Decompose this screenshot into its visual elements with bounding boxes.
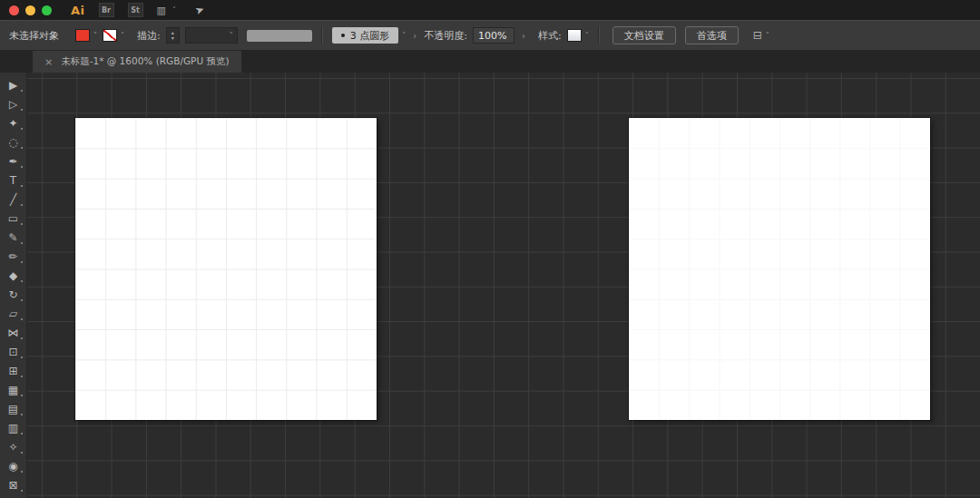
eraser-tool[interactable]: ◆ xyxy=(2,266,25,285)
type-tool[interactable]: T xyxy=(2,171,25,190)
rotate-tool[interactable]: ↻ xyxy=(2,285,25,304)
document-tab[interactable]: × 未标题-1* @ 1600% (RGB/GPU 预览) xyxy=(33,51,241,73)
scale-tool[interactable]: ▱ xyxy=(2,304,25,323)
tools-panel: ▶ ▷ ✦ ◌ ✒ T ╱ ▭ ✎ ✏ ◆ ↻ ▱ ⋈ ⊡ ⊞ ▦ ▤ ▥ ✧ … xyxy=(0,73,27,498)
eyedropper-tool[interactable]: ✧ xyxy=(2,437,25,456)
bridge-badge-icon[interactable]: Br xyxy=(99,3,114,17)
control-bar: 未选择对象 ˅ ˅ 描边: ▴ ▾ ˅ 3 点圆形 ˅ › 不透明度: 100%… xyxy=(0,20,980,51)
panel-chevron-icon[interactable]: ˅ xyxy=(766,32,769,40)
separator xyxy=(321,26,323,44)
shaper-tool[interactable]: ✏ xyxy=(2,247,25,266)
preferences-button[interactable]: 首选项 xyxy=(685,26,739,44)
window-minimize-button[interactable] xyxy=(25,5,35,15)
perspective-grid-tool[interactable]: ▦ xyxy=(2,380,25,399)
stroke-dropdown-chevron-icon[interactable]: ˅ xyxy=(230,32,233,40)
paintbrush-tool[interactable]: ✎ xyxy=(2,228,25,247)
opacity-expander-icon[interactable]: › xyxy=(522,31,525,41)
blend-tool[interactable]: ◉ xyxy=(2,456,25,475)
document-tab-title: 未标题-1* @ 1600% (RGB/GPU 预览) xyxy=(61,55,229,68)
window-zoom-button[interactable] xyxy=(42,5,52,15)
workspace-switcher-icon[interactable]: ▥ xyxy=(157,5,166,16)
share-icon[interactable]: ➤ xyxy=(193,3,206,18)
opacity-input[interactable]: 100% xyxy=(473,27,514,44)
line-segment-tool[interactable]: ╱ xyxy=(2,190,25,209)
brush-name: 3 点圆形 xyxy=(350,29,390,43)
document-tab-bar: × 未标题-1* @ 1600% (RGB/GPU 预览) xyxy=(0,51,980,73)
artboard-1[interactable] xyxy=(75,118,377,420)
style-chevron-icon[interactable]: ˅ xyxy=(585,32,589,40)
opacity-label: 不透明度: xyxy=(424,29,467,43)
magic-wand-tool[interactable]: ✦ xyxy=(2,113,25,132)
lasso-tool[interactable]: ◌ xyxy=(2,132,25,151)
selection-status: 未选择对象 xyxy=(9,29,59,43)
selection-tool[interactable]: ▶ xyxy=(2,75,25,94)
rectangle-tool[interactable]: ▭ xyxy=(2,209,25,228)
shape-builder-tool[interactable]: ⊞ xyxy=(2,361,25,380)
stroke-label: 描边: xyxy=(137,29,161,43)
brush-stroke-preview[interactable] xyxy=(247,30,312,42)
brush-expander-icon[interactable]: › xyxy=(413,31,416,41)
stroke-chevron-icon[interactable]: ˅ xyxy=(121,32,124,40)
pen-tool[interactable]: ✒ xyxy=(2,151,25,171)
window-close-button[interactable] xyxy=(9,5,19,15)
gradient-tool[interactable]: ▥ xyxy=(2,418,25,437)
stroke-weight-stepper[interactable]: ▴ ▾ xyxy=(166,27,180,44)
illustrator-logo: Ai xyxy=(71,4,85,17)
separator xyxy=(598,26,600,44)
mesh-tool[interactable]: ▤ xyxy=(2,399,25,418)
align-panel-icon[interactable]: ⊟ xyxy=(753,29,762,42)
style-label: 样式: xyxy=(538,29,562,43)
fill-chevron-icon[interactable]: ˅ xyxy=(93,32,97,40)
direct-selection-tool[interactable]: ▷ xyxy=(2,94,25,113)
stroke-weight-dropdown[interactable]: ˅ xyxy=(185,27,238,44)
titlebar: Ai Br St ▥ ˅ ➤ xyxy=(0,0,980,20)
tab-close-icon[interactable]: × xyxy=(44,56,53,68)
stepper-down-icon[interactable]: ▾ xyxy=(172,35,174,41)
fill-color-swatch[interactable] xyxy=(75,29,90,42)
style-swatch[interactable] xyxy=(567,29,582,42)
brush-definition-dropdown[interactable]: 3 点圆形 xyxy=(332,27,399,44)
stock-badge-icon[interactable]: St xyxy=(128,3,143,17)
stroke-color-swatch[interactable] xyxy=(103,29,117,42)
width-tool[interactable]: ⋈ xyxy=(2,323,25,342)
free-transform-tool[interactable]: ⊡ xyxy=(2,342,25,361)
artboard-tool[interactable]: ⊠ xyxy=(2,475,25,494)
brush-chevron-icon[interactable]: ˅ xyxy=(402,32,406,40)
artboard-2[interactable] xyxy=(629,118,930,420)
document-setup-button[interactable]: 文档设置 xyxy=(612,26,676,44)
workspace-chevron-icon[interactable]: ˅ xyxy=(172,6,176,15)
canvas[interactable] xyxy=(27,73,980,498)
brush-dot-icon xyxy=(341,34,345,37)
